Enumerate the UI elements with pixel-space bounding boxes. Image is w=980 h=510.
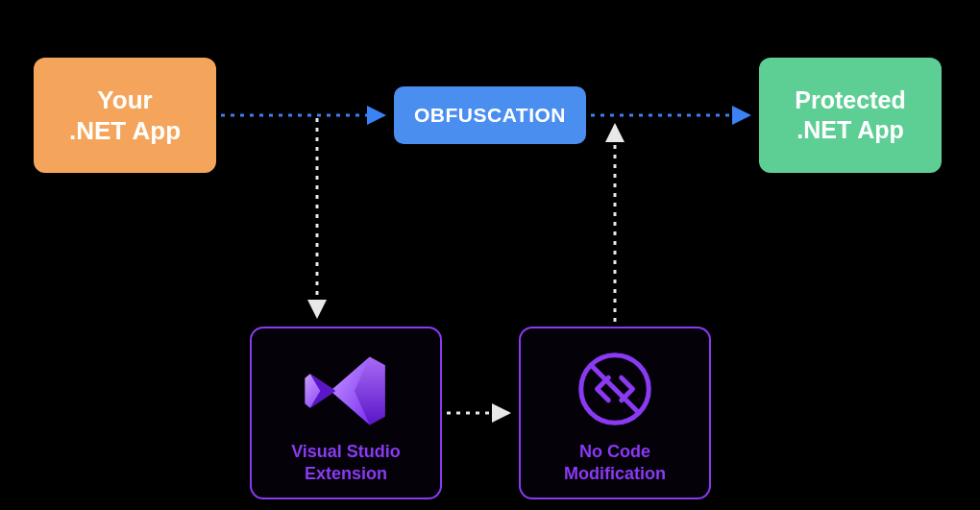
diagram-stage: Your.NET App OBFUSCATION Protected.NET A… (0, 0, 980, 510)
connector-layer (0, 0, 980, 510)
